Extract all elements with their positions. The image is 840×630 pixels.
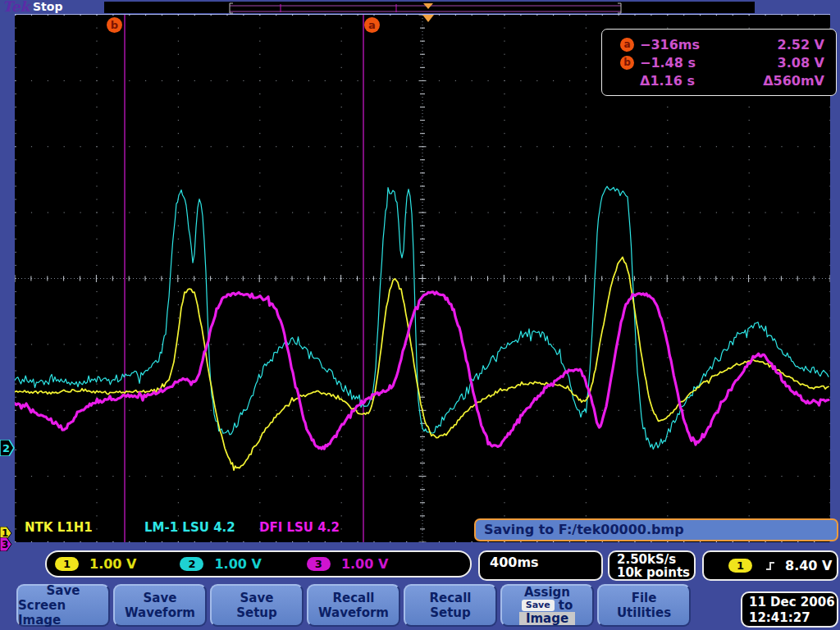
button-label: Setup (430, 605, 471, 620)
oscilloscope-screen: Tek Stop b a a −316ms 2.52 V b −1.48 s 3… (0, 0, 840, 630)
acquisition-box: 2.50kS/s 10k points (608, 550, 696, 581)
record-length: 10k points (617, 566, 694, 579)
acquisition-status: Stop (33, 0, 62, 13)
button-label: to (559, 599, 573, 612)
channel-3-scale: 3 1.00 V (307, 556, 388, 572)
trace-ch1 (15, 257, 829, 470)
trace-label-ch3: DFI LSU 4.2 (259, 520, 340, 535)
button-label: Waveform (318, 605, 389, 620)
save-waveform-button[interactable]: Save Waveform (113, 584, 207, 627)
cursor-b-time: −1.48 s (640, 55, 740, 71)
save-screen-image-button[interactable]: Save Screen Image (16, 584, 110, 627)
button-label: Utilities (617, 605, 671, 620)
button-label: Waveform (125, 605, 195, 620)
channel-2-scale: 2 1.00 V (180, 556, 261, 572)
button-label: Save (240, 591, 274, 605)
cursor-delta-row: Δ1.16 s Δ560mV (602, 71, 836, 89)
save-key-badge: Save (522, 600, 555, 611)
cursor-a-badge: a (620, 38, 634, 52)
channel-1-scale: 1 1.00 V (55, 556, 136, 572)
channel-2-volts-per-div: 1.00 V (214, 556, 261, 572)
button-label: Recall (332, 591, 374, 605)
tek-logo: Tek (2, 0, 30, 15)
button-label: Save (144, 591, 177, 605)
time-text: 12:41:27 (749, 610, 837, 626)
rising-edge-icon (764, 559, 777, 573)
channel-scales-box: 1 1.00 V 2 1.00 V 3 1.00 V (45, 550, 472, 578)
trigger-box: 1 8.40 V (702, 550, 838, 581)
cursor-a-voltage: 2.52 V (740, 37, 824, 52)
channel-2-reference-marker: 2 (0, 440, 15, 456)
channel-3-volts-per-div: 1.00 V (341, 556, 388, 572)
cursor-b-voltage: 3.08 V (740, 55, 824, 71)
cursor-a-row: a −316ms 2.52 V (602, 35, 836, 53)
cursor-delta-voltage: Δ560mV (740, 73, 824, 89)
channel-3-reference-marker: 3 (0, 537, 12, 551)
svg-text:3: 3 (2, 539, 8, 550)
button-label: File (632, 591, 657, 605)
assign-save-to-image-button[interactable]: Assign Save to Image (500, 584, 594, 627)
button-label: Setup (236, 605, 277, 620)
cursor-b-marker[interactable]: b (107, 17, 122, 33)
button-label: Screen Image (18, 598, 108, 628)
cursor-delta-time: Δ1.16 s (640, 73, 740, 89)
file-utilities-button[interactable]: File Utilities (597, 584, 691, 627)
svg-text:2: 2 (2, 442, 10, 454)
trigger-position-marker (422, 15, 434, 22)
datetime-box: 11 Dec 2006 12:41:27 (741, 591, 838, 628)
saving-toast: Saving to F:/tek00000.bmp (474, 518, 838, 541)
button-label: Recall (429, 591, 471, 605)
timebase-box: 400ms (478, 550, 603, 581)
channel-2-badge: 2 (180, 557, 203, 571)
trigger-source-badge: 1 (728, 559, 752, 573)
cursor-a-marker[interactable]: a (364, 17, 380, 33)
cursor-b-row: b −1.48 s 3.08 V (602, 53, 836, 71)
trace-label-ch1: NTK L1H1 (25, 520, 93, 535)
channel-3-badge: 3 (307, 557, 331, 571)
trace-label-ch2: LM-1 LSU 4.2 (144, 520, 235, 535)
assign-middle-row: Save to (522, 599, 573, 612)
trigger-level: 8.40 V (785, 558, 832, 573)
cursor-b-badge: b (620, 56, 634, 70)
recall-waveform-button[interactable]: Recall Waveform (307, 584, 400, 627)
button-label: Assign (524, 586, 570, 599)
save-setup-button[interactable]: Save Setup (210, 584, 304, 627)
assign-target-highlight: Image (519, 612, 575, 625)
button-label: Save (47, 583, 80, 598)
channel-1-volts-per-div: 1.00 V (89, 556, 136, 572)
cursor-readout-panel: a −316ms 2.52 V b −1.48 s 3.08 V Δ1.16 s… (601, 29, 837, 96)
date-text: 11 Dec 2006 (749, 595, 837, 610)
record-view-graphic (104, 2, 755, 14)
record-view-bar (104, 2, 755, 13)
recall-setup-button[interactable]: Recall Setup (404, 584, 497, 627)
channel-1-badge: 1 (55, 557, 79, 571)
cursor-a-time: −316ms (640, 37, 740, 52)
sample-rate: 2.50kS/s (617, 553, 694, 566)
